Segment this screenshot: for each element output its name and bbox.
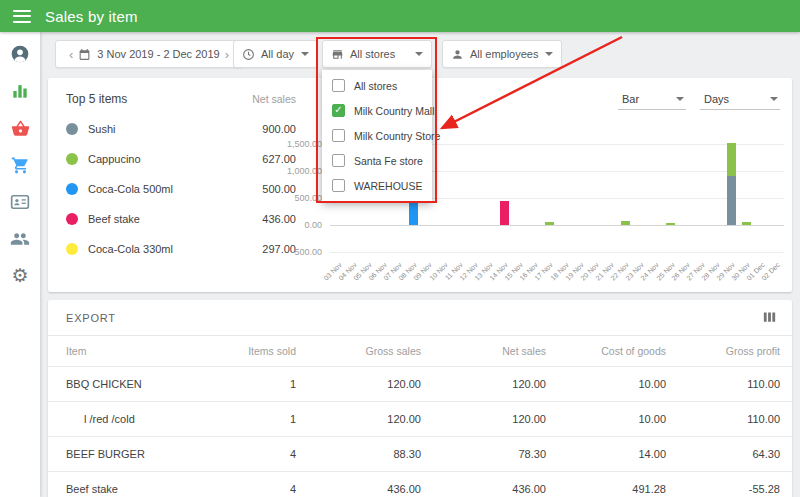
chart-interval-select[interactable]: Days bbox=[700, 90, 780, 110]
clock-icon bbox=[242, 48, 255, 61]
cell-value: -55.28 bbox=[678, 471, 792, 497]
item-name: Cappucino bbox=[88, 153, 262, 165]
chevron-down-icon bbox=[676, 97, 684, 101]
items-table-card: EXPORT Item Items sold Gross sales Net s… bbox=[48, 300, 792, 497]
chart-bar-segment bbox=[727, 143, 736, 177]
cell-value: 120.00 bbox=[433, 366, 558, 401]
chevron-down-icon bbox=[545, 52, 553, 56]
cell-value: 64.30 bbox=[678, 436, 792, 471]
gridline bbox=[330, 225, 784, 226]
prev-period-button[interactable]: ‹ bbox=[64, 47, 78, 62]
date-range-label: 3 Nov 2019 - 2 Dec 2019 bbox=[97, 48, 219, 60]
item-name: Sushi bbox=[88, 123, 262, 135]
store-option-milk-country-store[interactable]: Milk Country Store bbox=[322, 123, 432, 148]
table-toolbar: EXPORT bbox=[48, 300, 792, 336]
person-icon bbox=[451, 48, 464, 61]
chart-bar-segment bbox=[727, 176, 736, 225]
cell-value: 1 bbox=[198, 401, 308, 436]
col-header-gross-sales: Gross sales bbox=[308, 336, 433, 366]
chevron-down-icon bbox=[301, 52, 309, 56]
employee-filter-button[interactable]: All employees bbox=[442, 40, 562, 68]
store-dropdown-menu: All stores✓Milk Country MallMilk Country… bbox=[322, 70, 432, 201]
chart-bar-segment bbox=[666, 223, 675, 225]
cell-value: 4 bbox=[198, 471, 308, 497]
unchecked-checkbox[interactable] bbox=[332, 129, 345, 142]
hamburger-menu-icon[interactable] bbox=[13, 10, 31, 23]
export-button[interactable]: EXPORT bbox=[66, 312, 116, 324]
cell-value: 120.00 bbox=[308, 401, 433, 436]
gear-icon[interactable]: ⚙ bbox=[10, 266, 30, 286]
col-header-items-sold: Items sold bbox=[198, 336, 308, 366]
cell-item-name: BEEF BURGER bbox=[48, 436, 198, 471]
cell-value: 10.00 bbox=[558, 366, 678, 401]
chevron-down-icon bbox=[415, 52, 423, 56]
item-color-dot bbox=[66, 243, 78, 255]
cell-value: 436.00 bbox=[308, 471, 433, 497]
item-color-dot bbox=[66, 183, 78, 195]
unchecked-checkbox[interactable] bbox=[332, 79, 345, 92]
calendar-icon bbox=[78, 48, 91, 61]
cell-value: 88.30 bbox=[308, 436, 433, 471]
sales-table: Item Items sold Gross sales Net sales Co… bbox=[48, 336, 792, 497]
bar-chart-icon[interactable] bbox=[10, 81, 30, 101]
cell-item-name: BBQ CHICKEN bbox=[48, 366, 198, 401]
cell-value: 14.00 bbox=[558, 436, 678, 471]
chart-bar-segment bbox=[500, 201, 509, 225]
store-option-santa-fe-store[interactable]: Santa Fe store bbox=[322, 148, 432, 173]
col-header-cost-of-goods: Cost of goods bbox=[558, 336, 678, 366]
store-filter-button[interactable]: All stores bbox=[322, 40, 432, 68]
store-option-milk-country-mall[interactable]: ✓Milk Country Mall bbox=[322, 98, 432, 123]
store-filter-label: All stores bbox=[350, 48, 395, 60]
chevron-down-icon bbox=[770, 97, 778, 101]
table-row[interactable]: l /red /cold1120.00120.0010.00110.00 bbox=[48, 401, 792, 436]
col-header-item: Item bbox=[48, 336, 198, 366]
table-row[interactable]: BBQ CHICKEN1120.00120.0010.00110.00 bbox=[48, 366, 792, 401]
top5-item: Coca-Cola 330ml297.00 bbox=[48, 234, 304, 264]
unchecked-checkbox[interactable] bbox=[332, 154, 345, 167]
top5-title: Top 5 items bbox=[66, 92, 127, 106]
item-color-dot bbox=[66, 213, 78, 225]
col-header-gross-profit: Gross profit bbox=[678, 336, 792, 366]
store-option-warehouse[interactable]: WAREHOUSE bbox=[322, 173, 432, 198]
cell-value: 1 bbox=[198, 366, 308, 401]
chart-y-axis: 1,500.001,000.00500.000.00-500.00 bbox=[278, 88, 324, 253]
store-option-label: Milk Country Store bbox=[354, 130, 440, 142]
people-icon[interactable] bbox=[10, 229, 30, 249]
top5-item: Sushi900.00 bbox=[48, 114, 304, 144]
table-row[interactable]: BEEF BURGER488.3078.3014.0064.30 bbox=[48, 436, 792, 471]
unchecked-checkbox[interactable] bbox=[332, 179, 345, 192]
item-name: Coca-Cola 330ml bbox=[88, 243, 262, 255]
cell-value: 10.00 bbox=[558, 401, 678, 436]
checked-checkbox[interactable]: ✓ bbox=[332, 104, 345, 117]
date-range-picker[interactable]: ‹ 3 Nov 2019 - 2 Dec 2019 › bbox=[55, 40, 243, 68]
account-circle-icon[interactable] bbox=[10, 44, 30, 64]
y-tick-label: 1,500.00 bbox=[287, 139, 322, 149]
store-option-label: Milk Country Mall bbox=[354, 105, 435, 117]
contact-card-icon[interactable] bbox=[10, 192, 30, 212]
cell-value: 120.00 bbox=[433, 401, 558, 436]
y-tick-label: 0.00 bbox=[304, 220, 322, 230]
table-body: BBQ CHICKEN1120.00120.0010.00110.00l /re… bbox=[48, 366, 792, 497]
next-period-button[interactable]: › bbox=[220, 47, 234, 62]
time-filter-button[interactable]: All day bbox=[233, 40, 318, 68]
item-color-dot bbox=[66, 123, 78, 135]
cell-value: 78.30 bbox=[433, 436, 558, 471]
top5-item: Coca-Cola 500ml500.00 bbox=[48, 174, 304, 204]
sidebar: ⚙ bbox=[0, 32, 40, 497]
y-tick-label: -500.00 bbox=[291, 247, 322, 257]
cell-item-name: l /red /cold bbox=[48, 401, 198, 436]
store-option-label: Santa Fe store bbox=[354, 155, 423, 167]
basket-icon[interactable] bbox=[10, 118, 30, 138]
store-icon bbox=[331, 48, 344, 61]
columns-icon[interactable] bbox=[761, 309, 778, 326]
gridline bbox=[330, 252, 784, 253]
cart-icon[interactable] bbox=[10, 155, 30, 175]
y-tick-label: 1,000.00 bbox=[287, 166, 322, 176]
store-option-all-stores[interactable]: All stores bbox=[322, 73, 432, 98]
table-row[interactable]: Beef stake4436.00436.00491.28-55.28 bbox=[48, 471, 792, 497]
cell-value: 120.00 bbox=[308, 366, 433, 401]
cell-value: 4 bbox=[198, 436, 308, 471]
item-color-dot bbox=[66, 153, 78, 165]
chart-type-select[interactable]: Bar bbox=[618, 90, 686, 110]
chart-bar-segment bbox=[409, 198, 418, 225]
